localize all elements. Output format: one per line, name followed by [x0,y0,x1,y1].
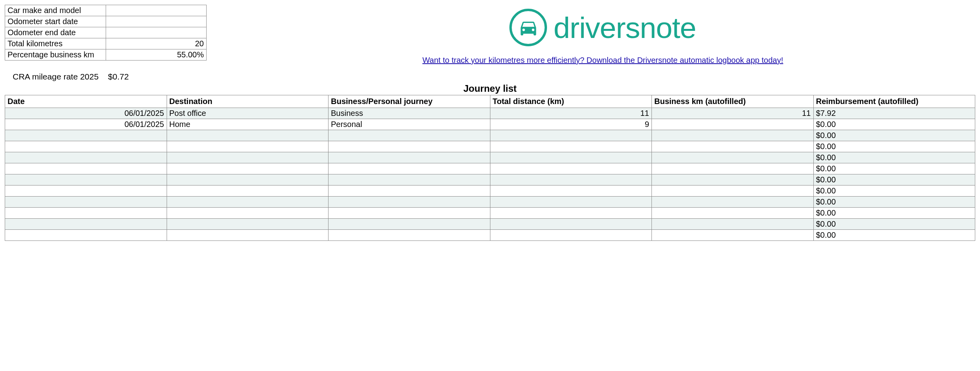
cell-destination[interactable] [167,163,329,174]
driversnote-logo: driversnote [509,9,696,46]
cell-date[interactable] [5,197,167,208]
cell-date[interactable] [5,230,167,241]
cell-journey-type[interactable] [329,230,490,241]
table-row: $0.00 [5,163,975,174]
cell-journey-type[interactable] [329,186,490,197]
cell-destination[interactable] [167,141,329,152]
cell-business-km[interactable] [652,208,814,219]
column-header: Reimbursement (autofilled) [813,95,975,108]
cell-reimbursement[interactable]: $7.92 [813,108,975,119]
table-row: 06/01/2025Post officeBusiness1111$7.92 [5,108,975,119]
cell-destination[interactable] [167,197,329,208]
cell-reimbursement[interactable]: $0.00 [813,163,975,174]
cell-journey-type[interactable] [329,130,490,141]
summary-label[interactable]: Total kilometres [5,38,106,49]
cell-date[interactable] [5,186,167,197]
cell-destination[interactable]: Home [167,119,329,130]
cell-business-km[interactable] [652,119,814,130]
summary-label[interactable]: Odometer end date [5,27,106,38]
cell-date[interactable] [5,163,167,174]
cell-total-distance[interactable] [490,219,652,230]
table-row: $0.00 [5,230,975,241]
cell-total-distance[interactable] [490,197,652,208]
cell-business-km[interactable] [652,197,814,208]
cell-date[interactable] [5,174,167,186]
cell-reimbursement[interactable]: $0.00 [813,186,975,197]
column-header: Total distance (km) [490,95,652,108]
cell-journey-type[interactable] [329,152,490,163]
summary-value[interactable]: 20 [106,38,206,49]
cell-total-distance[interactable] [490,141,652,152]
cell-date[interactable] [5,152,167,163]
cell-journey-type[interactable] [329,197,490,208]
cell-reimbursement[interactable]: $0.00 [813,197,975,208]
cell-total-distance[interactable] [490,152,652,163]
cell-destination[interactable] [167,208,329,219]
table-row: $0.00 [5,197,975,208]
cell-destination[interactable] [167,174,329,186]
cell-date[interactable] [5,130,167,141]
journey-table: DateDestinationBusiness/Personal journey… [5,95,975,241]
cell-reimbursement[interactable]: $0.00 [813,119,975,130]
cell-reimbursement[interactable]: $0.00 [813,219,975,230]
cell-business-km[interactable] [652,130,814,141]
cell-total-distance[interactable] [490,163,652,174]
cell-date[interactable]: 06/01/2025 [5,119,167,130]
column-header: Destination [167,95,329,108]
summary-label[interactable]: Odometer start date [5,16,106,27]
cell-journey-type[interactable] [329,208,490,219]
rate-value: $0.72 [108,72,129,81]
cell-journey-type[interactable] [329,163,490,174]
cell-date[interactable] [5,141,167,152]
summary-label[interactable]: Car make and model [5,5,106,16]
summary-table: Car make and modelOdometer start dateOdo… [5,5,207,61]
table-row: $0.00 [5,141,975,152]
summary-label[interactable]: Percentage business km [5,49,106,61]
summary-row: Car make and model [5,5,207,16]
cell-reimbursement[interactable]: $0.00 [813,174,975,186]
cell-journey-type[interactable]: Personal [329,119,490,130]
cell-reimbursement[interactable]: $0.00 [813,141,975,152]
cell-total-distance[interactable] [490,174,652,186]
cell-date[interactable]: 06/01/2025 [5,108,167,119]
summary-value[interactable]: 55.00% [106,49,206,61]
cell-destination[interactable] [167,230,329,241]
cell-destination[interactable]: Post office [167,108,329,119]
cell-date[interactable] [5,208,167,219]
cell-journey-type[interactable] [329,141,490,152]
cell-business-km[interactable] [652,174,814,186]
journey-list-title: Journey list [5,83,975,94]
download-app-link[interactable]: Want to track your kilometres more effic… [230,56,975,65]
cell-reimbursement[interactable]: $0.00 [813,130,975,141]
cell-business-km[interactable] [652,163,814,174]
cell-total-distance[interactable] [490,186,652,197]
cell-business-km[interactable] [652,141,814,152]
cell-business-km[interactable] [652,230,814,241]
summary-value[interactable] [106,5,206,16]
cell-journey-type[interactable] [329,174,490,186]
cell-total-distance[interactable] [490,230,652,241]
cell-reimbursement[interactable]: $0.00 [813,152,975,163]
cell-business-km[interactable]: 11 [652,108,814,119]
summary-value[interactable] [106,16,206,27]
cell-journey-type[interactable] [329,219,490,230]
cell-total-distance[interactable] [490,130,652,141]
cell-business-km[interactable] [652,152,814,163]
cell-destination[interactable] [167,152,329,163]
cell-destination[interactable] [167,186,329,197]
cell-destination[interactable] [167,130,329,141]
cell-journey-type[interactable]: Business [329,108,490,119]
cell-business-km[interactable] [652,186,814,197]
cell-total-distance[interactable]: 11 [490,108,652,119]
cell-reimbursement[interactable]: $0.00 [813,208,975,219]
cell-total-distance[interactable] [490,208,652,219]
summary-value[interactable] [106,27,206,38]
table-row: 06/01/2025HomePersonal9$0.00 [5,119,975,130]
cell-date[interactable] [5,219,167,230]
column-header: Business/Personal journey [329,95,490,108]
cell-total-distance[interactable]: 9 [490,119,652,130]
table-row: $0.00 [5,152,975,163]
cell-business-km[interactable] [652,219,814,230]
cell-reimbursement[interactable]: $0.00 [813,230,975,241]
cell-destination[interactable] [167,219,329,230]
